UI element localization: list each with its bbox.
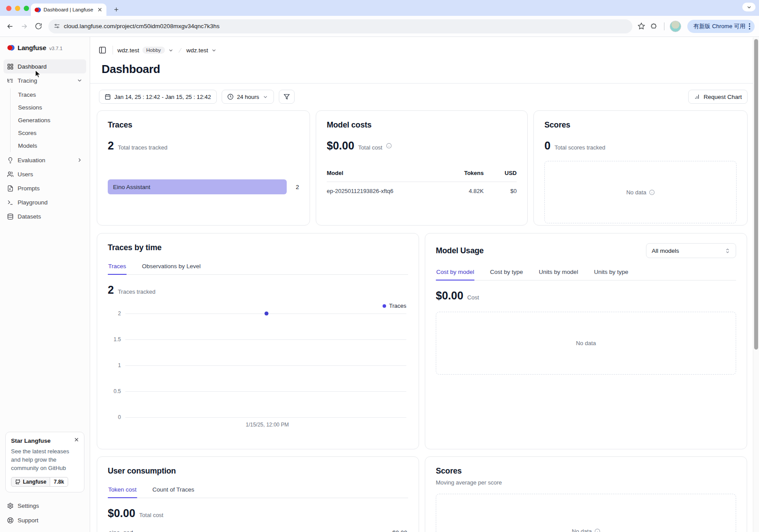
tab-search-button[interactable] [742, 3, 755, 11]
dashboard-icon [7, 63, 14, 70]
sidebar-item-generations[interactable]: Generations [11, 114, 86, 127]
user-name: eino_god [109, 529, 133, 532]
tab-token-cost[interactable]: Token cost [108, 483, 137, 498]
site-info-icon[interactable] [54, 23, 60, 29]
minimize-window-button[interactable] [15, 6, 20, 11]
filter-button[interactable] [279, 90, 295, 104]
address-bar[interactable]: cloud.langfuse.com/project/cm50idm0208mx… [48, 19, 632, 33]
y-tick: 0.5 [113, 388, 121, 394]
sidebar-item-traces[interactable]: Traces [11, 88, 86, 101]
sidebar-item-support[interactable]: Support [4, 513, 86, 528]
sidebar-item-prompts[interactable]: Prompts [4, 181, 86, 195]
scores-card-top: Scores 0 Total scores tracked No data [533, 110, 748, 226]
sidebar-item-scores[interactable]: Scores [11, 127, 86, 139]
user-total-cost-label: Total cost [139, 512, 164, 518]
page-scrollbar[interactable] [753, 37, 759, 532]
profile-avatar[interactable] [670, 21, 681, 32]
tab-observations-by-level[interactable]: Observations by Level [142, 259, 201, 274]
bookmark-star-icon[interactable] [637, 22, 646, 31]
reload-button[interactable] [33, 21, 44, 32]
slash-divider-icon [177, 47, 183, 54]
table-row[interactable]: ep-20250112193826-xftq6 4.82K $0 [327, 182, 517, 194]
users-icon [7, 171, 14, 178]
chrome-update-label: 有新版 Chrome 可用 [693, 22, 745, 30]
y-tick: 1 [118, 362, 121, 368]
app-version: v3.7.1 [49, 46, 62, 51]
file-icon [7, 185, 14, 192]
trace-name-bar[interactable]: Eino Assistant [108, 179, 287, 194]
model-costs-card: Model costs $0.00 Total cost Model Token… [316, 110, 528, 226]
sidebar-item-label: Dashboard [18, 63, 83, 70]
sidebar-item-models[interactable]: Models [11, 139, 86, 152]
model-name: ep-20250112193826-xftq6 [327, 188, 435, 194]
no-data-label: No data [576, 340, 596, 346]
sidebar-item-evaluation[interactable]: Evaluation [4, 153, 86, 167]
life-buoy-icon [7, 517, 14, 524]
empty-state: No data [544, 161, 737, 223]
sidebar: Langfuse v3.7.1 Dashboard Tracing Traces… [0, 37, 90, 532]
card-title: Traces by time [108, 243, 408, 252]
zoom-window-button[interactable] [24, 6, 29, 11]
sidebar-item-sessions[interactable]: Sessions [11, 101, 86, 114]
sidebar-item-settings[interactable]: Settings [4, 499, 86, 513]
sidebar-item-users[interactable]: Users [4, 167, 86, 181]
close-icon[interactable] [73, 437, 80, 443]
tracing-subnav: Traces Sessions Generations Scores Model… [10, 88, 86, 152]
user-consumption-card: User consumption Token cost Count of Tra… [97, 456, 419, 532]
sidebar-item-playground[interactable]: Playground [4, 195, 86, 209]
sidebar-item-label: Prompts [18, 185, 83, 192]
data-point-traces[interactable] [264, 312, 268, 316]
traces-by-time-card: Traces by time Traces Observations by Le… [97, 233, 419, 449]
browser-menu-icon[interactable] [749, 23, 750, 29]
chevron-down-icon [77, 77, 83, 84]
tab-count-of-traces[interactable]: Count of Traces [152, 483, 195, 498]
clock-icon [227, 94, 234, 100]
forward-button[interactable] [18, 21, 30, 32]
extensions-icon[interactable] [649, 22, 659, 31]
tab-cost-by-type[interactable]: Cost by type [489, 265, 523, 280]
tab-close-icon[interactable] [97, 7, 103, 13]
sidebar-toggle-button[interactable] [97, 44, 108, 56]
request-chart-button[interactable]: Request Chart [688, 90, 748, 104]
sidebar-item-tracing[interactable]: Tracing [4, 73, 86, 87]
usage-cost-label: Cost [467, 294, 479, 301]
breadcrumb-project[interactable]: wdz.test [186, 47, 208, 54]
github-star-widget[interactable]: Langfuse 7.8k [11, 477, 79, 487]
model-select-value: All models [652, 248, 679, 254]
breadcrumb-org[interactable]: wdz.test [117, 47, 139, 54]
model-usd: $0 [484, 188, 517, 194]
star-card-body: See the latest releases and help grow th… [11, 448, 79, 473]
chrome-update-button[interactable]: 有新版 Chrome 可用 [687, 20, 755, 33]
sidebar-item-datasets[interactable]: Datasets [4, 209, 86, 223]
tab-traces[interactable]: Traces [108, 259, 127, 274]
sidebar-item-dashboard[interactable]: Dashboard [4, 59, 86, 73]
date-range-picker[interactable]: Jan 14, 25 : 12:42 - Jan 15, 25 : 12:42 [99, 90, 217, 104]
info-icon[interactable] [386, 143, 392, 149]
sidebar-item-label: Scores [18, 130, 83, 136]
scrollbar-thumb[interactable] [754, 39, 758, 350]
back-button[interactable] [4, 21, 16, 32]
browser-tab[interactable]: Dashboard | Langfuse [31, 4, 106, 16]
info-icon[interactable] [595, 528, 600, 532]
lightbulb-icon [7, 157, 14, 164]
new-tab-button[interactable] [111, 4, 121, 15]
tab-units-by-model[interactable]: Units by model [538, 265, 578, 280]
legend-label: Traces [389, 302, 406, 309]
traces-tracked-label: Traces tracked [118, 288, 156, 295]
screen: Dashboard | Langfuse cloud.langfuse.com/… [0, 0, 759, 532]
chevron-down-icon[interactable] [211, 47, 217, 53]
toolbar-divider [664, 22, 664, 30]
tab-title: Dashboard | Langfuse [44, 7, 94, 12]
user-row[interactable]: eino_god $0.00 [108, 529, 408, 532]
tab-units-by-type[interactable]: Units by type [594, 265, 629, 280]
tab-cost-by-model[interactable]: Cost by model [436, 265, 474, 280]
info-icon[interactable] [649, 189, 655, 195]
card-subtitle: Moving average per score [436, 479, 736, 486]
interval-select[interactable]: 24 hours [222, 90, 274, 104]
main-content: wdz.test Hobby wdz.test Dashboard Jan 14… [90, 37, 759, 532]
model-select[interactable]: All models [646, 243, 736, 258]
chevron-down-icon[interactable] [168, 47, 174, 53]
close-window-button[interactable] [6, 6, 11, 11]
sidebar-item-label: Sessions [18, 104, 83, 111]
url-text: cloud.langfuse.com/project/cm50idm0208mx… [64, 23, 219, 29]
